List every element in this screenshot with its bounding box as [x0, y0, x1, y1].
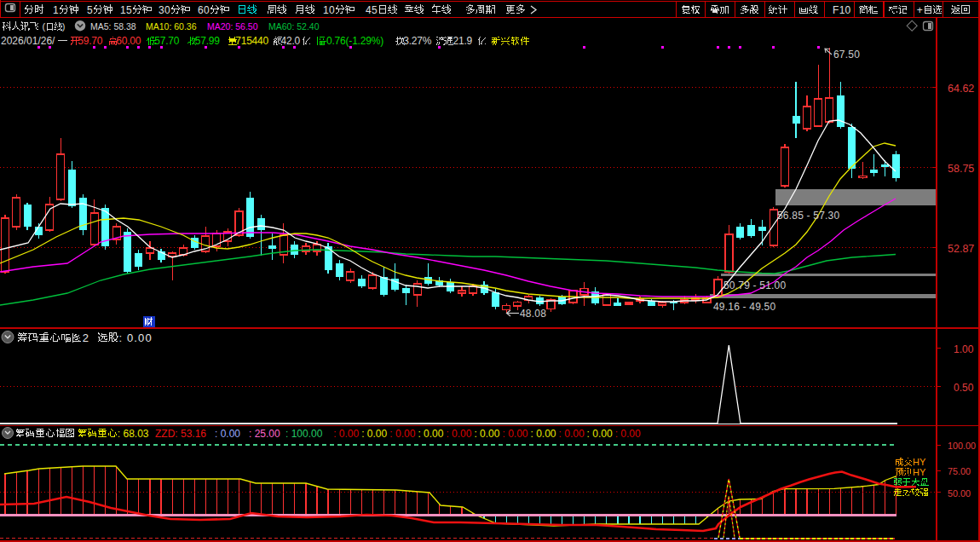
svg-text:30: 30	[159, 4, 170, 16]
svg-text:715440: 715440	[235, 35, 268, 47]
svg-text:MA10: 60.36: MA10: 60.36	[146, 21, 197, 32]
svg-text:48.08: 48.08	[520, 308, 546, 320]
svg-text:+: +	[917, 4, 923, 16]
svg-text:MA5: 58.38: MA5: 58.38	[90, 21, 136, 32]
svg-text:: 0.00: : 0.00	[446, 428, 471, 440]
svg-text:10: 10	[323, 4, 335, 16]
svg-text:-0.76(-1.29%): -0.76(-1.29%)	[323, 35, 383, 47]
svg-text:52.87: 52.87	[948, 243, 974, 255]
svg-text:57.70: 57.70	[154, 35, 180, 47]
svg-text:: 100.00: : 100.00	[285, 428, 323, 440]
svg-text:HY: HY	[913, 467, 926, 477]
svg-text:45: 45	[366, 4, 378, 16]
svg-text:: 0.00: : 0.00	[389, 428, 415, 440]
svg-text:49.16 - 49.50: 49.16 - 49.50	[713, 301, 775, 313]
svg-text:MA20: 56.50: MA20: 56.50	[207, 21, 258, 32]
svg-text:67.50: 67.50	[833, 49, 860, 61]
svg-text:HY: HY	[913, 457, 926, 467]
svg-text:59.70: 59.70	[78, 35, 103, 47]
svg-text:: 0.00: : 0.00	[119, 332, 153, 344]
svg-text:56.85 - 57.30: 56.85 - 57.30	[777, 210, 839, 222]
svg-text:ZZD: 53.16: ZZD: 53.16	[155, 428, 206, 440]
svg-text:1: 1	[53, 4, 59, 16]
svg-text:2: 2	[83, 332, 89, 344]
svg-text:21.9: 21.9	[453, 35, 473, 47]
svg-text:: 0.00: : 0.00	[503, 428, 528, 440]
svg-text:1.00: 1.00	[954, 343, 974, 355]
svg-text:0.50: 0.50	[954, 382, 974, 394]
svg-text:: 0.00: : 0.00	[474, 428, 499, 440]
svg-text:50.79 - 51.00: 50.79 - 51.00	[723, 280, 786, 291]
svg-text:: 0.00: : 0.00	[559, 428, 585, 440]
svg-text:: 0.00: : 0.00	[333, 428, 359, 440]
svg-text:60: 60	[198, 4, 210, 16]
svg-text:: 25.00: : 25.00	[249, 428, 280, 440]
svg-text:: 0.00: : 0.00	[361, 428, 387, 440]
svg-text:57.99: 57.99	[195, 35, 221, 47]
svg-text:): )	[62, 21, 66, 32]
svg-text:100.00: 100.00	[948, 441, 976, 451]
svg-text:64.62: 64.62	[948, 83, 974, 95]
svg-text:75.00: 75.00	[948, 466, 971, 476]
svg-text:: 0.00: : 0.00	[418, 428, 443, 440]
svg-text:(: (	[43, 21, 46, 32]
svg-text:: 0.00: : 0.00	[215, 428, 240, 440]
svg-text:42.0: 42.0	[281, 35, 301, 47]
svg-text:: 0.00: : 0.00	[587, 428, 613, 440]
svg-text:F10: F10	[833, 4, 851, 16]
svg-text:: 0.00: : 0.00	[615, 428, 641, 440]
svg-text:: 68.03: : 68.03	[118, 428, 149, 440]
svg-text:2026/01/26/: 2026/01/26/	[1, 35, 55, 47]
svg-text:15: 15	[120, 4, 132, 16]
svg-text:58.75: 58.75	[948, 163, 974, 175]
svg-text:5: 5	[87, 4, 93, 16]
svg-text:60.00: 60.00	[116, 35, 141, 47]
svg-text:50.00: 50.00	[948, 488, 971, 499]
svg-text:3.27%: 3.27%	[403, 35, 432, 47]
svg-text:: 0.00: : 0.00	[531, 428, 556, 440]
svg-text:MA60: 52.40: MA60: 52.40	[268, 21, 320, 32]
